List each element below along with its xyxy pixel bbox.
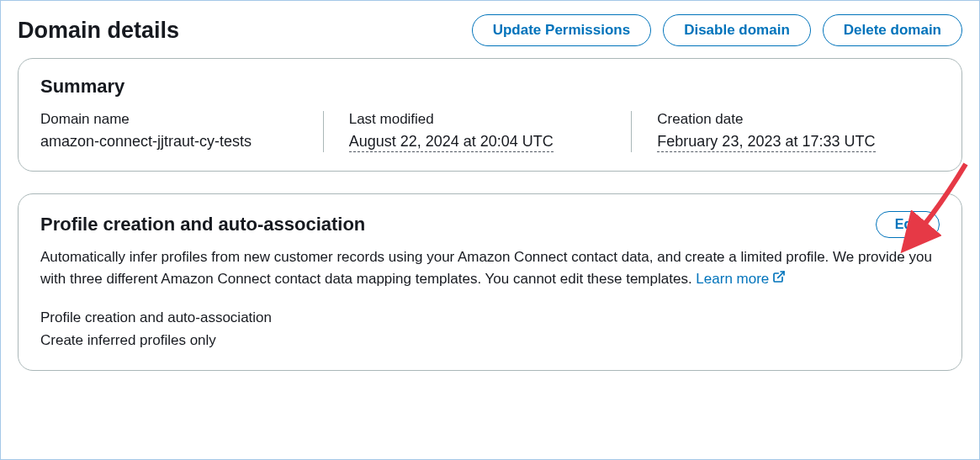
update-permissions-button[interactable]: Update Permissions bbox=[472, 14, 651, 46]
summary-col-domain-name: Domain name amazon-connect-jjtraut-cy-te… bbox=[40, 111, 323, 152]
profile-description-text: Automatically infer profiles from new cu… bbox=[40, 249, 932, 287]
domain-name-label: Domain name bbox=[40, 111, 306, 128]
summary-panel: Summary Domain name amazon-connect-jjtra… bbox=[18, 58, 962, 172]
page-title: Domain details bbox=[18, 18, 179, 44]
disable-domain-button[interactable]: Disable domain bbox=[663, 14, 811, 46]
summary-col-creation-date: Creation date February 23, 2023 at 17:33… bbox=[631, 111, 940, 152]
delete-domain-button[interactable]: Delete domain bbox=[823, 14, 962, 46]
last-modified-value: August 22, 2024 at 20:04 UTC bbox=[349, 133, 554, 152]
learn-more-label: Learn more bbox=[696, 268, 769, 290]
domain-name-value: amazon-connect-jjtraut-cy-tests bbox=[40, 133, 306, 151]
creation-date-label: Creation date bbox=[657, 111, 923, 128]
last-modified-label: Last modified bbox=[349, 111, 615, 128]
header-button-row: Update Permissions Disable domain Delete… bbox=[472, 14, 962, 46]
svg-line-0 bbox=[778, 272, 784, 278]
edit-button[interactable]: Edit bbox=[876, 211, 940, 238]
learn-more-link[interactable]: Learn more bbox=[696, 268, 786, 290]
creation-date-value: February 23, 2023 at 17:33 UTC bbox=[657, 133, 875, 152]
external-link-icon bbox=[772, 268, 786, 290]
profile-field-value: Create inferred profiles only bbox=[40, 329, 940, 352]
summary-col-last-modified: Last modified August 22, 2024 at 20:04 U… bbox=[323, 111, 632, 152]
profile-field-label: Profile creation and auto-association bbox=[40, 306, 940, 329]
profile-panel-title: Profile creation and auto-association bbox=[40, 214, 365, 235]
profile-description: Automatically infer profiles from new cu… bbox=[40, 246, 940, 289]
summary-title: Summary bbox=[40, 76, 940, 98]
profile-panel: Profile creation and auto-association Ed… bbox=[18, 193, 962, 371]
